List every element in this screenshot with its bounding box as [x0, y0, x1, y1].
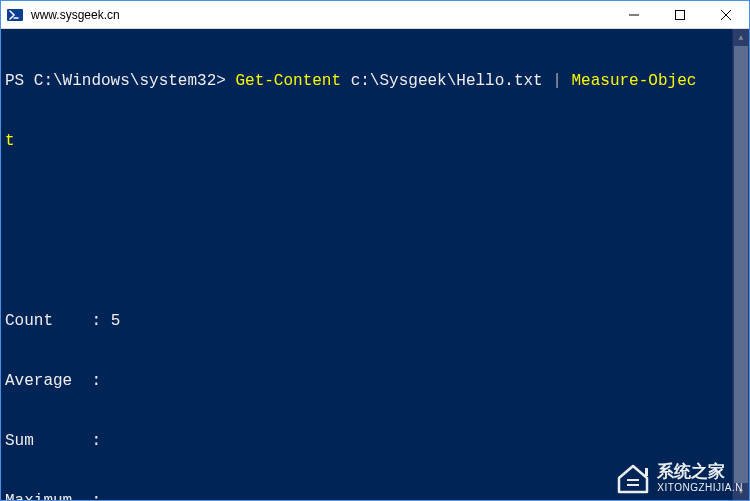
terminal-area[interactable]: PS C:\Windows\system32> Get-Content c:\S…	[1, 29, 749, 500]
output-sum: Sum :	[5, 431, 745, 451]
app-icon	[7, 7, 23, 23]
command-line-1: PS C:\Windows\system32> Get-Content c:\S…	[5, 71, 745, 91]
cmdlet-name: Get-Content	[235, 72, 341, 90]
prompt-text: PS C:\Windows\system32>	[5, 72, 235, 90]
watermark-sub: XITONGZHIJIA.N	[657, 482, 743, 493]
output-label: Count :	[5, 312, 111, 330]
output-value: 5	[111, 312, 121, 330]
titlebar[interactable]: www.sysgeek.cn	[1, 1, 749, 29]
command-line-wrap: t	[5, 131, 745, 151]
watermark-logo-icon	[615, 462, 651, 494]
minimize-button[interactable]	[611, 1, 657, 28]
window-title: www.sysgeek.cn	[29, 8, 611, 22]
blank-line	[5, 191, 745, 211]
scroll-thumb[interactable]	[734, 46, 748, 483]
command-arg: c:\Sysgeek\Hello.txt	[341, 72, 552, 90]
cmdlet-wrap: t	[5, 132, 15, 150]
scroll-up-arrow[interactable]: ▲	[733, 29, 749, 46]
output-count: Count : 5	[5, 311, 745, 331]
window-controls	[611, 1, 749, 28]
output-label: Average :	[5, 372, 101, 390]
watermark-main: 系统之家	[657, 463, 743, 482]
pipe-operator: |	[552, 72, 562, 90]
svg-rect-7	[645, 468, 648, 476]
close-button[interactable]	[703, 1, 749, 28]
scrollbar[interactable]: ▲ ▼	[732, 29, 749, 500]
watermark: 系统之家 XITONGZHIJIA.N	[615, 462, 743, 494]
blank-line	[5, 251, 745, 271]
watermark-text: 系统之家 XITONGZHIJIA.N	[657, 463, 743, 493]
scroll-track[interactable]	[733, 46, 749, 483]
maximize-button[interactable]	[657, 1, 703, 28]
output-average: Average :	[5, 371, 745, 391]
output-label: Maximum :	[5, 492, 101, 500]
svg-rect-2	[676, 10, 685, 19]
cmdlet-name-2: Measure-Objec	[562, 72, 696, 90]
powershell-window: www.sysgeek.cn PS C:\Windows\system32> G…	[0, 0, 750, 501]
output-label: Sum :	[5, 432, 101, 450]
